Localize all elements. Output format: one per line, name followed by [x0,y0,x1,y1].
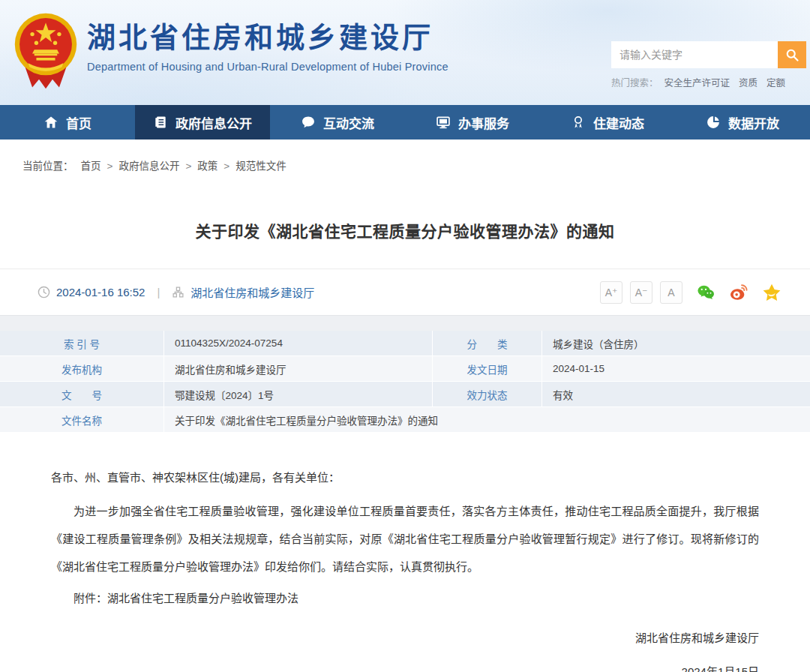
organization-icon [172,286,184,298]
table-value-index-no: 01104325X/2024-07254 [164,331,432,356]
clock-icon [38,286,50,298]
hot-search: 热门搜索：安全生产许可证资质定额 [611,75,810,89]
main-nav: 首页 政府信息公开 互动交流 办事服务 [0,105,810,140]
home-icon [44,115,58,130]
hot-search-link[interactable]: 定额 [766,78,785,88]
breadcrumb-separator: > [185,160,191,172]
wechat-share-icon[interactable] [696,283,716,302]
table-label-doc-no: 文 号 [0,382,164,406]
breadcrumb-item-gov-info[interactable]: 政府信息公开 [118,160,179,172]
page: 湖北省住房和城乡建设厅 Department of Housing and Ur… [0,0,810,672]
table-label-index-no: 索 引 号 [0,331,164,356]
breadcrumb-label: 当前位置： [22,160,74,172]
table-value-issuer: 湖北省住房和城乡建设厅 [164,356,432,381]
table-label-doc-name: 文件名称 [0,407,164,432]
site-title: 湖北省住房和城乡建设厅 [87,22,448,54]
breadcrumb: 当前位置：首页>政府信息公开>政策>规范性文件 [0,140,810,172]
table-value-doc-no: 鄂建设规〔2024〕1号 [164,382,432,406]
nav-item-label: 首页 [66,113,92,132]
table-label-category: 分 类 [433,331,542,356]
table-label-issuer: 发布机构 [0,356,164,381]
table-value-category: 城乡建设（含住房） [542,331,810,356]
article-meta-right: A⁺ A⁻ A [600,281,782,304]
site-header: 湖北省住房和城乡建设厅 Department of Housing and Ur… [0,0,810,105]
site-title-block: 湖北省住房和城乡建设厅 Department of Housing and Ur… [87,22,448,73]
nav-item-label: 住建动态 [593,113,644,132]
hot-search-link[interactable]: 安全生产许可证 [664,78,730,88]
nav-item-label: 政府信息公开 [176,113,252,132]
nav-item-home[interactable]: 首页 [0,105,135,140]
table-value-doc-name: 关于印发《湖北省住宅工程质量分户验收管理办法》的通知 [164,407,810,432]
monitor-icon [436,115,451,130]
article-title: 关于印发《湖北省住宅工程质量分户验收管理办法》的通知 [0,219,810,242]
font-reset-button[interactable]: A [660,281,682,304]
qzone-share-icon[interactable] [762,283,782,302]
breadcrumb-separator: > [107,160,113,172]
breadcrumb-item-policy[interactable]: 政策 [197,160,218,172]
pie-chart-icon [706,115,721,130]
nav-item-label: 数据开放 [728,113,779,132]
hot-search-link[interactable]: 资质 [739,78,758,88]
section-divider [0,315,810,331]
signature-date: 2024年1月15日 [51,663,759,672]
breadcrumb-separator: > [224,160,230,172]
table-label-issue-date: 发文日期 [433,356,542,381]
search-input[interactable] [611,41,778,68]
search-button[interactable] [778,41,806,68]
chat-bubble-icon [301,115,316,130]
nav-item-label: 互动交流 [323,113,374,132]
nav-item-news[interactable]: 住建动态 [540,105,675,140]
site-subtitle: Department of Housing and Urban-Rural De… [87,61,448,73]
font-decrease-button[interactable]: A⁻ [630,281,652,304]
document-icon [153,115,168,130]
breadcrumb-item-normative-docs[interactable]: 规范性文件 [236,160,286,172]
search-block: 热门搜索：安全生产许可证资质定额 [611,41,810,89]
medal-icon [571,115,586,130]
body-paragraph: 为进一步加强全省住宅工程质量验收管理，强化建设单位工程质量首要责任，落实各方主体… [51,497,759,580]
font-increase-button[interactable]: A⁺ [600,281,622,304]
table-value-validity: 有效 [542,382,810,406]
nav-item-gov-info[interactable]: 政府信息公开 [135,105,270,140]
breadcrumb-item-home[interactable]: 首页 [81,160,101,172]
article-meta-left: 2024-01-16 16:52 | 湖北省住房和城乡建设厅 [38,284,314,300]
national-emblem-logo [12,12,80,90]
publish-source-link[interactable]: 湖北省住房和城乡建设厅 [190,284,314,300]
attachment-line: 附件：湖北省住宅工程质量分户验收管理办法 [51,587,759,610]
nav-item-open-data[interactable]: 数据开放 [675,105,810,140]
weibo-share-icon[interactable] [729,283,748,302]
document-body: 各市、州、直管市、神农架林区住(城)建局，各有关单位： 为进一步加强全省住宅工程… [0,469,810,672]
nav-item-interaction[interactable]: 互动交流 [270,105,405,140]
publish-datetime: 2024-01-16 16:52 [56,286,145,298]
signature-organization: 湖北省住房和城乡建设厅 [51,629,759,645]
search-icon [784,47,800,62]
table-label-validity: 效力状态 [433,382,542,406]
hot-search-label: 热门搜索： [611,78,658,88]
nav-item-services[interactable]: 办事服务 [405,105,540,140]
table-value-issue-date: 2024-01-15 [542,356,810,381]
nav-item-label: 办事服务 [458,113,509,132]
meta-divider: | [157,286,160,298]
salutation: 各市、州、直管市、神农架林区住(城)建局，各有关单位： [51,469,759,487]
document-info-table: 索 引 号 01104325X/2024-07254 分 类 城乡建设（含住房）… [0,331,810,433]
article-meta-bar: 2024-01-16 16:52 | 湖北省住房和城乡建设厅 A⁺ A⁻ A [0,268,810,315]
